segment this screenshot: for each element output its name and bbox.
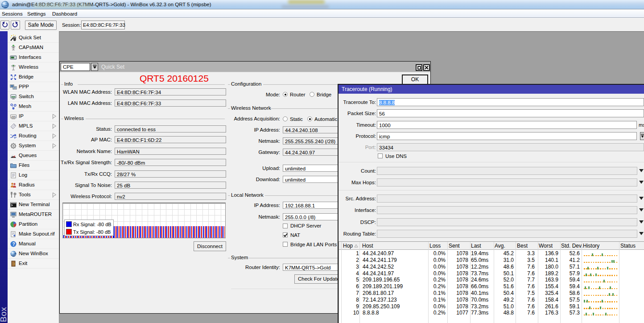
svg-text:255: 255: [11, 116, 16, 118]
svg-text:?: ?: [12, 242, 15, 247]
